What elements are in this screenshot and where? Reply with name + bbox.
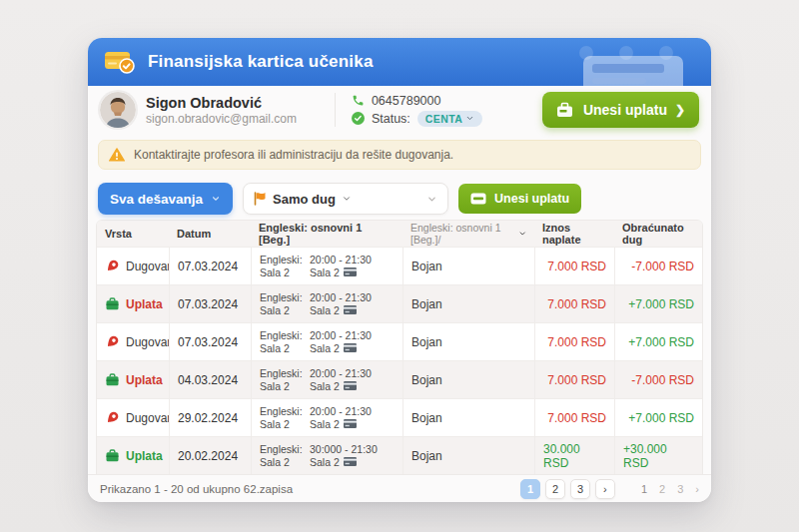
card-mini-icon [344, 381, 357, 390]
card-mini-icon [344, 343, 357, 352]
enter-payment-button[interactable]: Unesi uplatu ❯ [542, 92, 699, 128]
table-header-row: Vrsta Datum Engleski: osnovni 1 [Beg.] E… [97, 221, 702, 247]
row-date: 20.02.2024 [169, 437, 251, 474]
student-email: sigon.obradovic@gmail.com [146, 112, 297, 126]
row-teacher: Bojan [402, 248, 534, 284]
row-amount: 7.000 RSD [534, 323, 614, 360]
page-button-1[interactable]: 1 [520, 479, 540, 499]
payment-card-icon [556, 102, 575, 118]
col-header-lesson: Engleski: osnovni 1 [Beg.] [251, 221, 402, 247]
table-row: Dugovanje 07.03.2024 Engleski:20:00 - 21… [97, 247, 702, 284]
row-debt: -7.000 RSD [614, 361, 702, 398]
chevron-down-icon [342, 194, 352, 204]
page-button-2[interactable]: 2 [545, 479, 565, 499]
row-date: 29.02.2024 [169, 399, 251, 436]
row-type: Uplata [126, 297, 163, 311]
chevron-down-icon [465, 114, 474, 123]
ghost-page-next[interactable]: › [695, 483, 699, 495]
payment-wallet-icon [105, 448, 120, 463]
only-debt-label: Samo dug [273, 192, 336, 207]
row-teacher: Bojan [402, 437, 534, 474]
debt-pin-icon [105, 334, 120, 349]
chevron-down-icon [518, 229, 526, 239]
row-type: Dugovanje [126, 411, 169, 425]
table-footer: Prikazano 1 - 20 od ukupno 62.zapisa 1 2… [88, 474, 711, 502]
enter-payment-button-small[interactable]: Unesi uplatu [458, 184, 581, 214]
table-row: Dugovanje 07.03.2024 Engleski:20:00 - 21… [97, 322, 702, 360]
flag-icon [254, 192, 267, 206]
table-row: Uplata 20.02.2024 Engleski:30:000 - 21:3… [97, 436, 702, 474]
payment-wallet-icon [105, 296, 120, 311]
row-lesson: Engleski:30:000 - 21:30 Sala 2Sala 2 [251, 437, 402, 474]
pagination: 1 2 3 › [520, 479, 615, 499]
col-header-date: Datum [169, 221, 251, 247]
debt-pin-icon [105, 410, 120, 425]
row-date: 07.03.2024 [169, 323, 251, 360]
card-mini-icon [344, 419, 357, 428]
card-mini-icon [344, 305, 357, 314]
row-type: Uplata [126, 449, 163, 463]
payment-wallet-icon [105, 372, 120, 387]
row-amount: 7.000 RSD [534, 285, 614, 322]
ghost-page-3[interactable]: 3 [677, 483, 683, 495]
phone-icon [352, 94, 365, 107]
chevron-down-icon [426, 194, 437, 205]
col-header-lesson-filter[interactable]: Engleski: osnovni 1 [Beg.]/ [402, 221, 534, 247]
student-phone: 0645789000 [372, 94, 441, 108]
chevron-right-icon: ❯ [675, 103, 685, 117]
row-teacher: Bojan [402, 361, 534, 398]
warning-banner: Kontaktirajte profesora ili administraci… [98, 140, 701, 170]
page-button-3[interactable]: 3 [570, 479, 590, 499]
filter-toolbar: Sva dešavanja Samo dug Un [98, 182, 701, 216]
all-events-label: Sva dešavanja [110, 192, 203, 207]
financial-card-panel: Finansijska kartica učenika Sigon Obra [88, 38, 711, 502]
table-row: Uplata 07.03.2024 Engleski:20:00 - 21:30… [97, 284, 702, 322]
row-debt: +7.000 RSD [614, 285, 702, 322]
all-events-dropdown[interactable]: Sva dešavanja [98, 183, 233, 215]
row-lesson: Engleski:20:00 - 21:30 Sala 2Sala 2 [251, 323, 402, 360]
student-name: Sigon Obradović [146, 95, 297, 111]
student-profile-row: Sigon Obradović sigon.obradovic@gmail.co… [88, 86, 711, 134]
col-header-debt: Obraćunato dug [614, 221, 702, 247]
only-debt-dropdown[interactable]: Samo dug [243, 183, 448, 215]
avatar [100, 92, 136, 128]
pagination-secondary: 1 2 3 › [641, 483, 699, 495]
status-dropdown[interactable]: CENTA [417, 111, 482, 127]
card-mini-icon [344, 267, 357, 276]
row-amount: 30.000 RSD [534, 437, 614, 474]
table-row: Uplata 04.03.2024 Engleski:20:00 - 21:30… [97, 360, 702, 398]
row-debt: +7.000 RSD [614, 323, 702, 360]
row-lesson: Engleski:20:00 - 21:30 Sala 2Sala 2 [251, 285, 402, 322]
card-mini-icon [344, 457, 357, 466]
warning-message: Kontaktirajte profesora ili administraci… [134, 148, 453, 162]
header-decor-card [583, 56, 683, 86]
ghost-page-1[interactable]: 1 [641, 483, 647, 495]
row-debt: +30.000 RSD [614, 437, 702, 474]
row-type: Uplata [126, 373, 163, 387]
row-type: Dugovanje [126, 335, 169, 349]
status-value: CENTA [425, 113, 462, 125]
divider [335, 93, 336, 127]
row-date: 07.03.2024 [169, 248, 251, 284]
row-teacher: Bojan [402, 285, 534, 322]
debt-pin-icon [105, 259, 120, 273]
enter-payment-label: Unesi uplatu [583, 102, 667, 118]
col-header-type: Vrsta [97, 221, 169, 247]
row-amount: 7.000 RSD [534, 361, 614, 398]
ghost-page-2[interactable]: 2 [659, 483, 665, 495]
col-header-amount: Iznos naplate [534, 221, 614, 247]
row-date: 04.03.2024 [169, 361, 251, 398]
page-title: Finansijska kartica učenika [148, 52, 374, 72]
row-lesson: Engleski:20:00 - 21:30 Sala 2Sala 2 [251, 399, 402, 436]
results-summary: Prikazano 1 - 20 od ukupno 62.zapisa [100, 483, 293, 495]
transactions-table: Vrsta Datum Engleski: osnovni 1 [Beg.] E… [96, 220, 703, 475]
page-background: Finansijska kartica učenika Sigon Obra [0, 0, 799, 532]
page-next-button[interactable]: › [595, 479, 615, 499]
row-debt: -7.000 RSD [614, 248, 702, 284]
table-row: Dugovanje 29.02.2024 Engleski:20:00 - 21… [97, 398, 702, 436]
status-label: Status: [372, 112, 410, 126]
check-circle-icon [352, 112, 365, 125]
payment-card-icon [470, 193, 486, 205]
row-debt: +7.000 RSD [614, 399, 702, 436]
chevron-down-icon [211, 194, 221, 204]
